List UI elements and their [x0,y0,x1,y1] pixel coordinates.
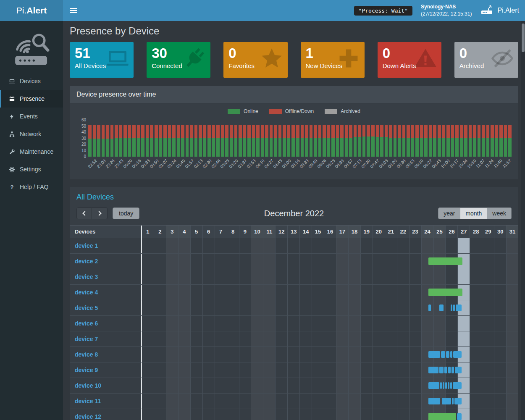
x-tick: 04:27 [265,157,273,176]
presence-segment[interactable] [439,304,444,311]
presence-segment[interactable] [428,398,440,404]
legend-swatch [325,109,337,114]
hamburger-menu-icon[interactable] [70,7,77,14]
presence-segment[interactable] [443,382,444,389]
stat-card-connected[interactable]: 30 Connected [147,42,210,78]
sidebar-item-help-faq[interactable]: ?Help / FAQ [0,178,63,196]
device-link[interactable]: device 7 [75,336,98,342]
presence-segment[interactable] [457,413,461,420]
device-link[interactable]: device 9 [75,367,98,373]
device-link[interactable]: device 11 [75,398,101,404]
device-link[interactable]: device 12 [75,413,101,420]
presence-segment[interactable] [428,413,456,420]
presence-segment[interactable] [428,304,431,311]
stat-card-all-devices[interactable]: 51 All Devices [70,42,134,78]
day-cell [324,300,336,315]
day-cell [348,331,360,346]
legend-label: Archived [341,108,360,114]
device-link[interactable]: device 6 [75,320,98,327]
scrollbar-thumb[interactable] [522,24,525,52]
day-cell [348,238,360,253]
presence-segment[interactable] [453,304,455,311]
device-link[interactable]: device 3 [75,273,98,280]
sidebar-item-events[interactable]: Events [0,108,63,125]
presence-bar [301,120,304,157]
day-header-10: 10 [251,226,263,238]
prev-month-button[interactable] [76,207,92,219]
presence-bar [380,120,383,157]
device-link[interactable]: device 4 [75,289,98,296]
presence-segment[interactable] [428,257,462,265]
y-tick-label: 0 [76,154,86,159]
presence-segment[interactable] [428,367,438,373]
calendar-day-headers: 1234567891011121314151617181920212223242… [142,226,518,238]
day-cell [178,409,190,420]
day-cell [348,300,360,315]
view-year-button[interactable]: year [438,207,460,219]
day-cell [190,316,202,331]
presence-segment[interactable] [452,398,454,404]
day-cell [287,394,299,409]
next-month-button[interactable] [92,207,108,219]
stat-card-new-devices[interactable]: 1 New Devices [301,42,365,78]
presence-segment[interactable] [446,351,449,358]
presence-segment[interactable] [452,367,454,373]
presence-segment[interactable] [448,367,451,373]
presence-segment[interactable] [428,382,439,389]
device-link[interactable]: device 10 [75,382,101,389]
sidebar-item-presence[interactable]: Presence [0,90,63,108]
presence-segment[interactable] [453,382,462,389]
presence-segment[interactable] [440,382,442,389]
presence-segment[interactable] [448,382,449,389]
stat-card-favorites[interactable]: 0 Favorites [223,42,287,78]
day-cell [142,269,154,284]
day-cell [166,409,178,420]
presence-segment[interactable] [441,351,445,358]
today-button[interactable]: today [113,207,139,219]
day-cell [287,331,299,346]
sidebar-item-settings[interactable]: Settings [0,160,63,178]
presence-segment[interactable] [439,367,444,373]
presence-segment[interactable] [453,351,461,358]
x-tick-label: 06:06 [316,158,327,169]
app-logo[interactable]: Pi.Alert [0,0,63,21]
day-cell [457,331,470,346]
device-link[interactable]: device 2 [75,258,98,265]
x-tick: 10:50 [467,157,476,176]
x-tick: 06:06 [318,157,326,176]
presence-segment[interactable] [442,398,451,404]
day-cell [409,316,421,331]
day-cell [360,285,373,300]
presence-segment[interactable] [451,304,452,311]
sidebar-item-network[interactable]: Network [0,125,63,143]
presence-segment[interactable] [445,382,447,389]
view-week-button[interactable]: week [487,207,512,219]
presence-segment[interactable] [450,351,452,358]
presence-segment[interactable] [454,398,461,404]
day-cell [154,409,166,420]
device-link[interactable]: device 5 [75,304,98,311]
day-cell [263,394,275,409]
view-month-button[interactable]: month [460,207,487,219]
day-cell [385,238,397,253]
day-cell [215,269,227,284]
x-tick: 00:33 [141,157,150,176]
sidebar-item-devices[interactable]: Devices [0,72,63,90]
presence-segment[interactable] [456,304,461,311]
presence-segment[interactable] [444,367,447,373]
device-link[interactable]: device 8 [75,351,98,358]
stat-card-archived[interactable]: 0 Archived [454,42,518,78]
stat-card-down-alerts[interactable]: 0 Down Alerts [378,42,441,78]
presence-segment[interactable] [428,289,462,296]
presence-segment[interactable] [428,351,440,358]
x-tick: 03:37 [238,157,247,176]
day-cell [142,285,154,300]
presence-segment[interactable] [450,382,452,389]
top-navbar: Pi.Alert "Process: Wait" Synology-NAS (2… [0,0,525,21]
x-tick-label: 11:24 [484,158,495,169]
sidebar-item-maintenance[interactable]: Maintenance [0,143,63,160]
presence-segment[interactable] [455,367,461,373]
presence-bar [247,120,251,157]
day-header-8: 8 [227,226,239,238]
device-link[interactable]: device 1 [75,242,98,249]
